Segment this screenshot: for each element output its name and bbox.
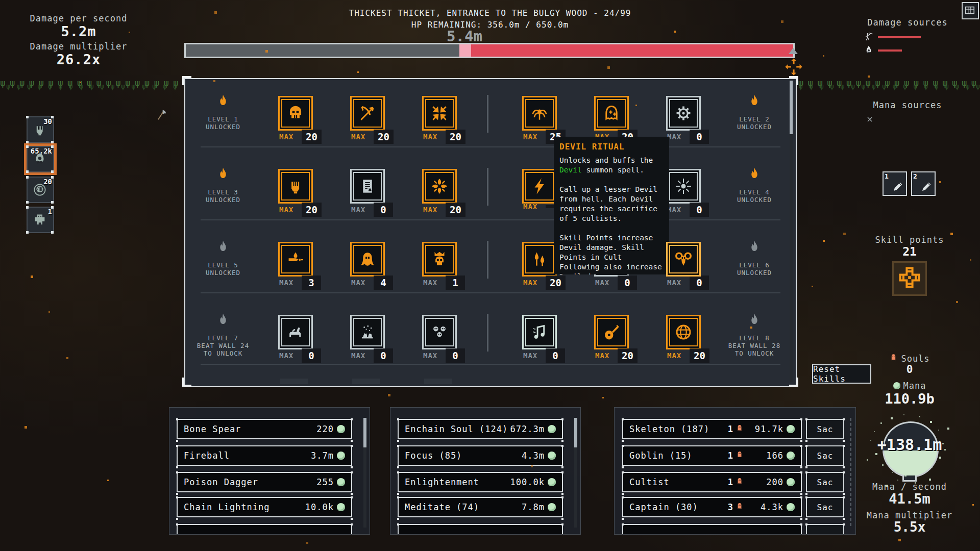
ability-row[interactable]: Enlightenment 100.0k [398,472,563,492]
spell-scrollbar[interactable] [363,418,366,528]
mana-slot-1[interactable]: 1 [883,171,907,196]
skill-burst[interactable] [422,169,457,204]
flame-icon [180,93,266,113]
minion-soul-count: 1 [728,424,733,434]
menu-corner-icon[interactable] [962,2,979,19]
skill-demon[interactable] [350,242,385,277]
level-marker: LEVEL 2UNLOCKED [711,93,798,131]
mana-multiplier-label: Mana multiplier [859,510,961,520]
minion-row[interactable]: Skeleton (187) 1 91.7k [622,419,802,439]
skill-music[interactable] [522,315,557,349]
level-marker: LEVEL 6UNLOCKED [711,239,798,277]
minion-row[interactable]: Cultist 1 200 [622,472,802,492]
sacrifice-button[interactable]: Sac [806,497,844,517]
ability-name: Meditate (74) [405,502,479,512]
minion-row[interactable] [622,524,802,535]
column-divider [487,95,488,133]
skill-spider[interactable] [522,96,557,131]
skill-arrowsin[interactable] [422,96,457,131]
skill-fist[interactable] [278,169,313,204]
skill-level-badge: MAX 4 [351,276,393,290]
ability-row[interactable] [398,524,563,535]
column-divider [487,314,488,352]
monster-slot-0[interactable]: 30 [27,116,54,143]
sacrifice-button[interactable] [806,524,844,535]
minion-soul-count: 3 [728,502,733,512]
ability-row[interactable]: Enchain Soul (124) 672.3m [398,419,563,439]
level-marker: LEVEL 1UNLOCKED [180,93,266,131]
spell-row[interactable]: Poison Dagger 255 [177,472,352,492]
souls-value: 0 [859,363,961,375]
skill-level-badge: MAX 20 [279,203,322,217]
minion-value: 166 [744,450,783,461]
skill-level-badge: MAX 0 [523,348,565,363]
mana-cost-icon [337,425,345,433]
skill-tree-panel [184,78,797,387]
skill-camel[interactable] [278,315,313,349]
mana-cost-icon [787,478,795,486]
skill-gear[interactable] [666,96,701,131]
spell-row[interactable]: Fireball 3.7m [177,445,352,466]
skill-daggerhand[interactable] [278,242,313,277]
skill-scroll[interactable] [350,169,385,204]
ability-row[interactable]: Focus (85) 4.3m [398,445,563,466]
move-panel-crosshair-icon[interactable] [784,57,803,79]
minion-row[interactable]: Goblin (15) 1 166 [622,445,802,466]
skill-level-badge: MAX 20 [423,203,465,217]
skill-level-badge: MAX 20 [523,276,566,290]
reset-skills-button[interactable]: Reset Skills [812,364,871,384]
column-divider [487,241,488,279]
minion-name: Skeleton (187) [629,424,709,434]
spell-row[interactable] [177,524,352,535]
monster-count: 65.2k [31,147,52,155]
ability-scrollbar[interactable] [574,418,577,528]
panel-corner [182,378,191,387]
flame-icon [711,166,798,186]
skill-points-label: Skill points [859,235,961,245]
skill-skullcrown[interactable] [422,242,457,277]
spell-value: 10.0k [305,502,334,512]
slot-number: 2 [913,172,917,180]
skill-skull[interactable] [278,96,313,131]
skill-candles[interactable] [522,242,557,277]
spell-row[interactable]: Bone Spear 220 [177,419,352,439]
skill-lightning[interactable] [522,169,557,204]
ability-row[interactable]: Meditate (74) 7.8m [398,497,563,517]
sacrifice-button[interactable]: Sac [806,472,844,492]
skill-hood[interactable] [594,96,629,131]
mana-cost-icon [548,478,556,486]
skill-globe[interactable] [666,315,701,349]
skill-level-badge: MAX 20 [279,130,322,144]
mana-label: Mana [903,381,926,391]
scroll-up-arrow-icon[interactable] [789,48,798,54]
skill-lute[interactable] [594,315,629,349]
damage-source-bar [878,49,902,52]
ability-value: 672.3m [510,424,545,434]
mana-value: 110.9b [859,391,961,407]
sacrifice-button[interactable]: Sac [806,419,844,439]
flame-icon [180,312,266,332]
sacrifice-button[interactable]: Sac [806,445,844,466]
minion-row[interactable]: Captain (30) 3 4.3k [622,497,802,517]
monster-slot-3[interactable]: 1 [27,207,54,233]
spell-value: 3.7m [311,450,334,461]
skill-sunrays[interactable] [666,169,701,204]
minions-scrollbar[interactable] [850,418,851,526]
hp-bar [184,43,795,58]
spell-row[interactable]: Chain Lightning 10.0k [177,497,352,517]
damage-multiplier-value: 26.2x [17,52,140,67]
skill-points-icon-box[interactable] [892,261,927,296]
skill-tooltip: DEVIL RITUAL Unlocks and buffs the Devil… [554,137,669,274]
damage-sources-title: Damage sources [856,17,959,28]
tooltip-title: DEVIL RITUAL [559,142,664,152]
monster-slot-1[interactable]: 65.2k [27,146,54,172]
monster-slot-2[interactable]: 20 [27,177,54,203]
panel-corner [182,76,191,85]
level-marker: LEVEL 5UNLOCKED [180,239,266,277]
skill-bonfire[interactable] [350,315,385,349]
mana-slot-2[interactable]: 2 [911,171,936,196]
mana-dot-icon [893,382,900,389]
skill-bow[interactable] [350,96,385,131]
skill-ram[interactable] [666,242,701,277]
skill-skullpile[interactable] [422,315,457,349]
